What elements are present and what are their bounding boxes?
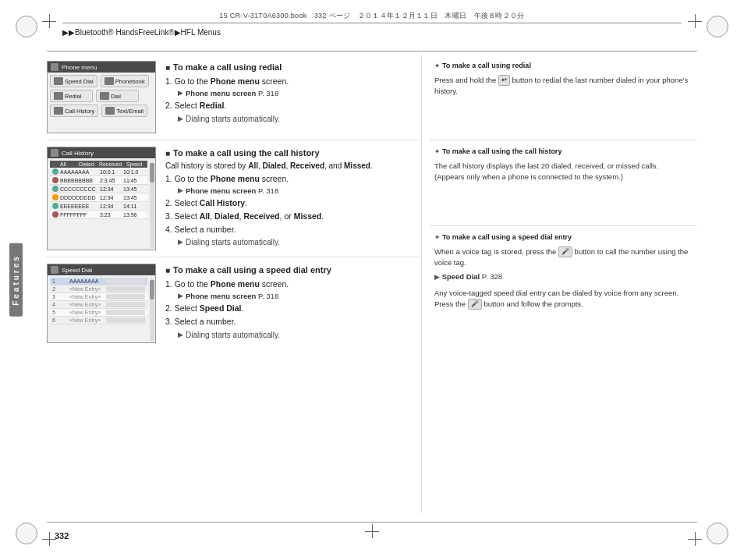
- corner-decoration-bl: [16, 523, 37, 544]
- screen-title-speed-dial: Speed Dial: [48, 264, 155, 275]
- redial-icon: [54, 92, 63, 100]
- step-2-sd: 2. Select Speed Dial.: [165, 303, 421, 315]
- screen-body-call-history: All Dialed Received Speed AAAAAAAA 10:0.…: [48, 158, 155, 222]
- dial-button: Dial: [96, 90, 139, 102]
- section-redial: Phone menu Speed Dial Phonebook: [47, 55, 421, 140]
- crosshair-bottom-center: [365, 524, 379, 538]
- note-text-call-history: The call history displays the last 20 di…: [434, 161, 693, 183]
- table-row: CCCCCCCCC 12:34 13:45: [50, 185, 147, 193]
- col-speed: Speed: [123, 161, 145, 167]
- screen-mockup-phone-menu: Phone menu Speed Dial Phonebook: [47, 61, 156, 133]
- note-redial: To make a call using redial Press and ho…: [430, 55, 697, 140]
- col-received: Received: [99, 161, 122, 167]
- step-1-redial: 1. Go to the Phone menu screen. ▶ Phone …: [165, 76, 421, 99]
- table-row: FFFFFFFF 3:23 13:56: [50, 211, 147, 219]
- instructions-speed-dial: To make a call using a speed dial entry …: [165, 264, 421, 343]
- redial-button: Redial: [50, 90, 93, 102]
- left-column: Phone menu Speed Dial Phonebook: [47, 55, 421, 513]
- call-history-intro: Call history is stored by All, Dialed, R…: [165, 161, 421, 170]
- step-list-redial: 1. Go to the Phone menu screen. ▶ Phone …: [165, 76, 421, 125]
- main-content: Phone menu Speed Dial Phonebook: [47, 55, 697, 513]
- call-hist-title-icon: [51, 149, 58, 157]
- note-speed-dial: To make a call using a speed dial entry …: [430, 226, 697, 316]
- note-text-speed-dial-1: When a voice tag is stored, press the 🎤 …: [434, 246, 693, 269]
- speeddial-row: 4 «New Entry»: [50, 301, 147, 309]
- note-text-speed-dial-2: Any voice-tagged speed dial entry can be…: [434, 288, 693, 310]
- col-dialed: Dialed: [76, 161, 97, 167]
- header-divider: [47, 51, 697, 51]
- table-row: DDDDDDDDD 12:34 13:45: [50, 193, 147, 202]
- screen-mockup-speed-dial: Speed Dial 1 AAAAAAAA 2 «New Entry» 3: [47, 264, 156, 343]
- speeddial-row: 5 «New Entry»: [50, 309, 147, 317]
- footer-divider: [47, 522, 697, 523]
- speeddial-row: 6 «New Entry»: [50, 317, 147, 324]
- step-3-ch: 3. Select All, Dialed, Received, or Miss…: [165, 211, 421, 223]
- section-title-speed-dial: To make a call using a speed dial entry: [165, 265, 421, 275]
- status-in-icon: [52, 186, 58, 192]
- screen-body-speed-dial: 1 AAAAAAAA 2 «New Entry» 3 «New Entry»: [48, 275, 155, 327]
- status-out-icon: [52, 211, 58, 218]
- instructions-call-history: To make a call using the call history Ca…: [165, 147, 421, 250]
- step-list-call-history: 1. Go to the Phone menu screen. ▶ Phone …: [165, 173, 421, 248]
- note-text-redial: Press and hold the ↩ button to redial th…: [434, 75, 693, 97]
- step-1-ch: 1. Go to the Phone menu screen. ▶ Phone …: [165, 173, 421, 197]
- step-3-sd: 3. Select a number.: [165, 316, 421, 328]
- scroll-thumb: [150, 163, 154, 183]
- section-title-call-history: To make a call using the call history: [165, 148, 421, 158]
- phonebook-button: Phonebook: [101, 75, 149, 87]
- dialing-note-sd: ▶ Dialing starts automatically.: [178, 329, 421, 341]
- speeddial-row: 3 «New Entry»: [50, 293, 147, 301]
- screen-title-call-history: Call History: [48, 147, 155, 158]
- note-title-redial: To make a call using redial: [434, 61, 693, 72]
- sub-step-ref-sd: ▶ Phone menu screen P. 318: [178, 291, 421, 302]
- book-info: 15 CR-V-31T0A6300.book 332 ページ ２０１４年１２月１…: [62, 11, 682, 23]
- speeddial-row: 2 «New Entry»: [50, 285, 147, 293]
- dialing-note-ch: ▶ Dialing starts automatically.: [178, 236, 421, 248]
- status-in-icon: [52, 168, 58, 175]
- call-history-icon: [54, 107, 63, 115]
- sub-step-ref-ch: ▶ Phone menu screen P. 318: [178, 186, 421, 197]
- table-row: BBBBBBBBB 2:3.45 11:45: [50, 176, 147, 185]
- step-2-ch: 2. Select Call History.: [165, 197, 421, 210]
- section-call-history: Call History All Dialed Received Speed A…: [47, 140, 421, 257]
- status-missed-icon: [52, 194, 58, 200]
- phone-icon: [51, 63, 58, 71]
- step-4-ch: 4. Select a number.: [165, 224, 421, 236]
- note-title-call-history: To make a call using the call history: [434, 147, 693, 158]
- section-title-redial: To make a call using redial: [165, 62, 421, 72]
- speed-dial-button: Speed Dial: [50, 75, 97, 87]
- status-out-icon: [52, 177, 58, 183]
- note-call-history: To make a call using the call history Th…: [430, 140, 697, 226]
- table-row: EEEEEEEE 12:34 14:11: [50, 202, 147, 211]
- crosshair-tr: [688, 14, 702, 28]
- corner-decoration-tr: [707, 16, 728, 37]
- screen-body-phone-menu: Speed Dial Phonebook Redial: [48, 73, 155, 122]
- text-email-icon: [105, 107, 115, 115]
- section-speed-dial: Speed Dial 1 AAAAAAAA 2 «New Entry» 3: [47, 257, 421, 349]
- voice-btn-symbol: 🎤: [558, 246, 572, 257]
- step-1-sd: 1. Go to the Phone menu screen. ▶ Phone …: [165, 278, 421, 302]
- page-number: 332: [55, 531, 69, 541]
- speed-dial-title-icon: [51, 266, 58, 274]
- page-header: 15 CR-V-31T0A6300.book 332 ページ ２０１４年１２月１…: [62, 11, 682, 37]
- note-title-speed-dial: To make a call using a speed dial entry: [434, 232, 693, 243]
- call-history-table-header: All Dialed Received Speed: [50, 161, 147, 168]
- phonebook-icon: [105, 77, 114, 85]
- right-column: To make a call using redial Press and ho…: [421, 55, 697, 513]
- features-label: Features: [9, 243, 23, 317]
- crosshair-br: [688, 532, 702, 546]
- screen-title-phone-menu: Phone menu: [48, 62, 155, 73]
- note-ref-speed-dial: ▶ Speed Dial P. 328: [434, 271, 693, 283]
- voice-btn-symbol-2: 🎤: [468, 299, 482, 310]
- col-all: All: [52, 161, 74, 167]
- screen-mockup-call-history: Call History All Dialed Received Speed A…: [47, 147, 156, 250]
- speed-dial-icon: [54, 77, 63, 85]
- step-list-speed-dial: 1. Go to the Phone menu screen. ▶ Phone …: [165, 278, 421, 341]
- scroll-thumb-speed: [150, 280, 154, 299]
- dial-icon: [100, 92, 109, 100]
- corner-decoration-br: [707, 523, 728, 544]
- speeddial-row: 1 AAAAAAAA: [50, 278, 147, 285]
- call-history-menu-button: Call History: [50, 105, 98, 117]
- scrollbar-speed: [150, 278, 154, 342]
- scrollbar: [150, 161, 154, 249]
